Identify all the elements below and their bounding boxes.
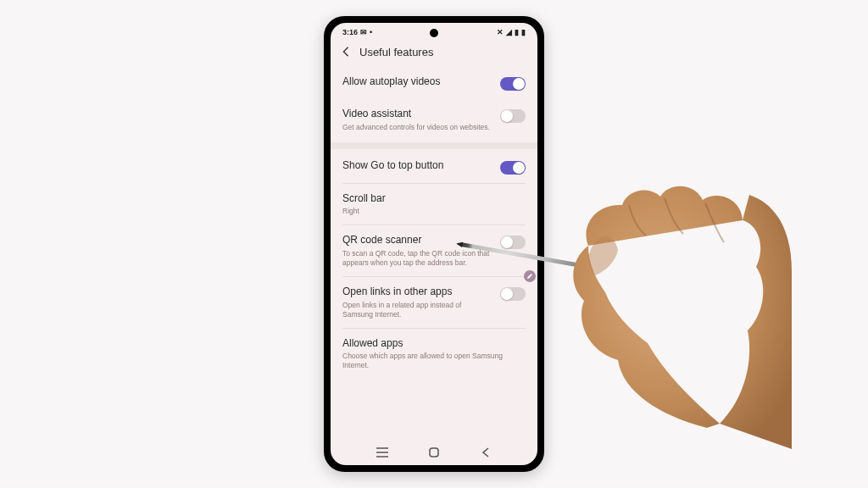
toggle-qr-scanner[interactable] bbox=[500, 236, 526, 249]
hand-holding-stylus bbox=[537, 144, 792, 449]
status-time: 3:16 bbox=[342, 28, 358, 36]
setting-subtitle: To scan a QR code, tap the QR code icon … bbox=[342, 249, 492, 268]
home-icon bbox=[428, 446, 440, 458]
setting-title: Allow autoplay videos bbox=[342, 75, 492, 89]
dots-icon: • bbox=[370, 28, 372, 36]
svg-rect-3 bbox=[430, 448, 438, 457]
signal-icon: ▮ bbox=[515, 28, 519, 36]
pencil-icon bbox=[526, 273, 533, 280]
toggle-go-to-top[interactable] bbox=[500, 161, 526, 175]
signal-disabled-icon: ✕ bbox=[497, 28, 504, 36]
toggle-video-assistant[interactable] bbox=[500, 109, 526, 123]
chevron-left-icon bbox=[481, 446, 490, 458]
page-title: Useful features bbox=[359, 46, 433, 58]
phone-frame: 3:16 ✉ • ✕ ◢ ▮ ▮ Useful features Allow a… bbox=[324, 16, 544, 472]
setting-video-assistant[interactable]: Video assistant Get advanced controls fo… bbox=[331, 99, 537, 141]
setting-subtitle: Get advanced controls for videos on webs… bbox=[342, 123, 492, 132]
recent-icon bbox=[376, 446, 389, 458]
phone-screen: 3:16 ✉ • ✕ ◢ ▮ ▮ Useful features Allow a… bbox=[331, 23, 537, 465]
setting-allowed-apps[interactable]: Allowed apps Choose which apps are allow… bbox=[331, 329, 537, 380]
setting-title: Scroll bar bbox=[342, 192, 526, 206]
message-icon: ✉ bbox=[360, 28, 367, 36]
scroll-indicator[interactable] bbox=[524, 270, 536, 282]
camera-hole bbox=[430, 29, 438, 37]
setting-autoplay-videos[interactable]: Allow autoplay videos bbox=[331, 67, 537, 99]
home-button[interactable] bbox=[421, 440, 447, 465]
setting-title: Show Go to top button bbox=[342, 159, 492, 173]
setting-open-links[interactable]: Open links in other apps Open links in a… bbox=[331, 277, 537, 328]
back-button[interactable] bbox=[339, 45, 353, 58]
chevron-left-icon bbox=[342, 46, 350, 58]
setting-subtitle: Choose which apps are allowed to open Sa… bbox=[342, 352, 526, 370]
android-nav-bar bbox=[331, 440, 537, 465]
setting-subtitle: Right bbox=[342, 207, 526, 216]
battery-icon: ▮ bbox=[521, 28, 526, 36]
toggle-open-links[interactable] bbox=[500, 287, 526, 301]
setting-title: Video assistant bbox=[342, 108, 492, 121]
setting-go-to-top[interactable]: Show Go to top button bbox=[331, 151, 537, 183]
setting-title: Open links in other apps bbox=[342, 286, 492, 299]
setting-scroll-bar[interactable]: Scroll bar Right bbox=[331, 184, 537, 225]
toggle-autoplay[interactable] bbox=[500, 77, 526, 91]
page-header: Useful features bbox=[331, 40, 537, 67]
section-divider bbox=[331, 142, 537, 149]
recent-apps-button[interactable] bbox=[370, 440, 395, 465]
setting-title: Allowed apps bbox=[342, 337, 526, 351]
setting-subtitle: Open links in a related app instead of S… bbox=[342, 301, 492, 319]
wifi-icon: ◢ bbox=[506, 28, 512, 36]
back-nav-button[interactable] bbox=[473, 440, 498, 465]
